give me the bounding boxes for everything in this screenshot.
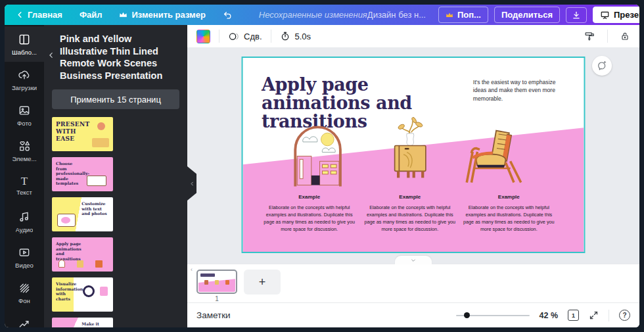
template-thumbnails: PRESENT WITH EASE Choose from profession… <box>44 116 187 327</box>
animate-icon <box>228 31 239 42</box>
sidebar-item-uploads[interactable]: Загрузки <box>5 62 44 97</box>
resize-button[interactable]: Изменить размер <box>119 10 205 20</box>
top-bar: Главная Файл Изменить размер Несохраненн… <box>5 5 639 25</box>
example-body: Elaborate on the concepts with helpful e… <box>463 204 555 233</box>
context-toolbar: Сдв. 5.0s <box>187 25 639 47</box>
comment-bubble-icon <box>597 60 607 71</box>
fullscreen-icon[interactable] <box>589 310 599 320</box>
app-window: Главная Файл Изменить размер Несохраненн… <box>5 5 639 327</box>
comment-button[interactable] <box>592 56 612 76</box>
upgrade-button[interactable]: Поп... <box>438 7 488 23</box>
grid-view-page-count: 1 <box>572 312 575 319</box>
panel-back-button[interactable] <box>48 50 57 62</box>
filmstrip-scroll-left[interactable]: ‹ <box>191 266 193 273</box>
file-menu[interactable]: Файл <box>80 10 103 20</box>
armchair-illustration[interactable] <box>459 122 524 191</box>
lock-icon[interactable] <box>620 31 630 41</box>
template-thumb-2[interactable]: Choose from professionally-made template… <box>52 157 113 191</box>
sidebar-item-audio[interactable]: Аудио <box>5 204 44 239</box>
sidebar-item-elements[interactable]: Элеме... <box>5 133 44 168</box>
template-thumb-6[interactable]: Make it extra with magic shortcuts. <box>52 318 113 327</box>
template-set-title: Pink and Yellow Illustrative Thin Lined … <box>60 33 181 82</box>
sidebar: Шабло... Загрузки Фото Элеме... T Текст … <box>5 25 44 327</box>
sidebar-item-text[interactable]: T Текст <box>5 168 44 204</box>
file-label: Файл <box>80 10 103 20</box>
sidebar-item-label: Аудио <box>16 226 34 233</box>
charts-icon <box>18 317 31 328</box>
duration-label: 5.0s <box>295 32 311 41</box>
cabinet-vase-illustration[interactable] <box>388 110 432 192</box>
bottombar-collapse-tab[interactable] <box>395 256 432 264</box>
example-heading: Example <box>264 194 356 200</box>
chevron-left-icon <box>48 51 55 59</box>
duration-button[interactable]: 5.0s <box>280 31 311 41</box>
resize-label: Изменить размер <box>131 10 205 20</box>
thumb-illustration <box>92 138 109 147</box>
text-icon: T <box>21 177 28 186</box>
example-column-2[interactable]: Example Elaborate on the concepts with h… <box>364 194 456 233</box>
zoom-level: 42 % <box>540 311 559 320</box>
crown-icon <box>119 11 127 18</box>
add-page-button[interactable]: + <box>244 270 281 295</box>
template-thumb-1[interactable]: PRESENT WITH EASE <box>52 117 113 151</box>
slide-subtitle[interactable]: It's the easiest way to emphasize ideas … <box>473 78 562 103</box>
sidebar-item-label: Фото <box>17 120 32 127</box>
sidebar-item-charts[interactable]: Диагра... <box>5 310 44 327</box>
share-button[interactable]: Поделиться <box>494 7 560 23</box>
home-label: Главная <box>28 10 62 20</box>
page-filmstrip: 1 + <box>187 264 639 303</box>
undo-button[interactable] <box>223 11 233 19</box>
sidebar-item-templates[interactable]: Шабло... <box>5 26 44 62</box>
home-button[interactable]: Главная <box>16 10 62 20</box>
download-button[interactable] <box>566 7 587 23</box>
zoom-slider[interactable] <box>456 311 530 320</box>
design-title[interactable]: Дизайн без н... <box>367 10 426 20</box>
toolbar-divider <box>271 30 271 43</box>
thumb-title: Choose from professionally-made template… <box>56 161 85 185</box>
thumb-title: Make it extra with magic shortcuts. <box>81 321 110 327</box>
page-thumbnail-preview <box>198 272 235 292</box>
example-column-3[interactable]: Example Elaborate on the concepts with h… <box>463 194 555 233</box>
toolbar-divider <box>607 30 608 43</box>
example-column-1[interactable]: Example Elaborate on the concepts with h… <box>264 194 356 233</box>
elements-icon <box>18 139 31 153</box>
thumb-illustration <box>97 122 105 130</box>
notes-button[interactable]: Заметки <box>196 310 231 320</box>
uploads-icon <box>18 68 31 82</box>
templates-icon <box>18 33 31 46</box>
audio-icon <box>18 210 31 224</box>
toolbar-divider <box>219 30 219 43</box>
help-button[interactable]: ? <box>619 310 630 321</box>
sidebar-item-label: Загрузки <box>12 84 37 91</box>
page-thumbnail-1[interactable]: 1 <box>196 270 237 302</box>
grid-view-button[interactable]: 1 <box>568 310 579 321</box>
sidebar-item-photos[interactable]: Фото <box>5 97 44 133</box>
thumb-title: PRESENT WITH EASE <box>56 121 89 142</box>
thumb-title: Apply page animations and transitions <box>56 241 85 261</box>
slide-page[interactable]: Apply page animations and transitions It… <box>242 57 586 253</box>
arched-window-illustration[interactable] <box>289 116 347 192</box>
zoom-slider-knob[interactable] <box>464 312 470 318</box>
share-label: Поделиться <box>501 10 553 20</box>
presentation-icon <box>600 11 610 20</box>
animate-button[interactable]: Сдв. <box>228 31 262 42</box>
animate-label: Сдв. <box>244 32 262 41</box>
download-icon <box>572 11 581 20</box>
sidebar-item-label: Шабло... <box>12 49 37 56</box>
page-number: 1 <box>215 295 219 302</box>
template-thumb-5[interactable]: Visualize information with charts <box>52 277 113 312</box>
background-icon <box>18 281 31 295</box>
unsaved-status: Несохраненные изменения <box>259 10 367 20</box>
paint-roller-icon[interactable] <box>584 31 595 42</box>
apply-all-pages-button[interactable]: Применить 15 страниц <box>52 89 179 109</box>
sidebar-item-label: Фон <box>18 297 30 304</box>
present-button[interactable]: Презентация <box>593 7 639 23</box>
background-color-chip[interactable] <box>196 30 210 43</box>
sidebar-item-background[interactable]: Фон <box>5 275 44 310</box>
sidebar-item-video[interactable]: Видео <box>5 239 44 275</box>
example-heading: Example <box>364 194 456 200</box>
thumb-illustration <box>95 260 103 268</box>
template-thumb-4[interactable]: Apply page animations and transitions <box>52 237 113 272</box>
template-thumb-3[interactable]: Customize with text and photos <box>52 197 113 231</box>
chevron-left-icon <box>190 181 195 187</box>
